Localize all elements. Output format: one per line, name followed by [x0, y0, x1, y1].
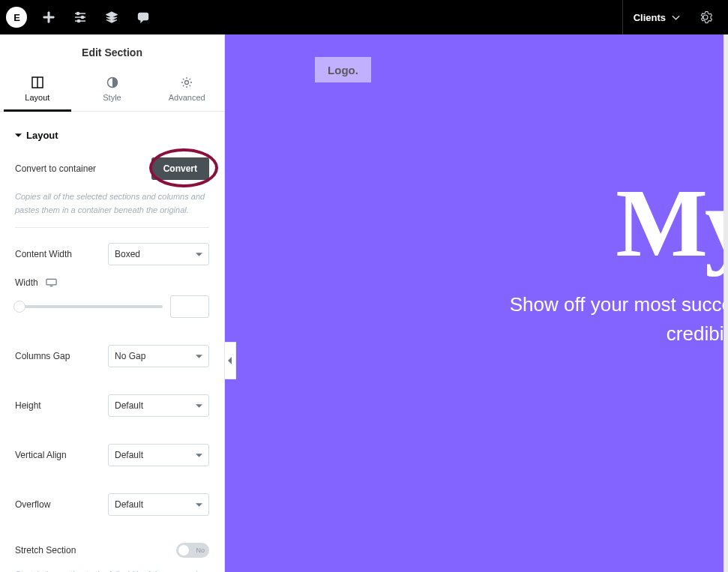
chevron-down-icon	[196, 502, 202, 508]
style-icon	[106, 76, 118, 88]
overflow-label: Overflow	[15, 499, 50, 510]
height-select[interactable]: Default	[108, 394, 209, 417]
panel-collapse-handle[interactable]	[225, 342, 236, 379]
columns-gap-row: Columns Gap No Gap	[15, 337, 209, 375]
width-input[interactable]	[170, 295, 209, 318]
svg-rect-3	[139, 13, 148, 20]
svg-point-2	[77, 19, 79, 22]
section-layout-toggle[interactable]: Layout	[15, 121, 209, 150]
hero-title: My	[616, 169, 728, 277]
convert-button[interactable]: Convert	[151, 157, 209, 180]
stretch-label: Stretch Section	[15, 545, 76, 556]
panel-title: Edit Section	[0, 34, 224, 69]
svg-point-1	[81, 16, 83, 18]
stretch-toggle-text: No	[196, 547, 205, 554]
svg-point-7	[185, 81, 189, 85]
columns-gap-label: Columns Gap	[15, 351, 70, 361]
hero-sub-line2: credibili	[667, 322, 728, 345]
tab-layout[interactable]: Layout	[0, 69, 75, 111]
height-row: Height Default	[15, 375, 209, 436]
canvas-logo[interactable]: Logo.	[315, 57, 371, 82]
svg-rect-8	[46, 280, 56, 286]
chevron-down-icon	[196, 403, 202, 409]
chevron-down-icon	[196, 353, 202, 360]
width-slider-thumb[interactable]	[13, 301, 25, 313]
main: Edit Section Layout Style Advanced Layou…	[0, 34, 728, 572]
overflow-select[interactable]: Default	[108, 493, 209, 516]
tab-style[interactable]: Style	[75, 69, 150, 111]
convert-label: Convert to container	[15, 163, 96, 174]
clients-dropdown[interactable]: Clients	[623, 0, 691, 34]
content-width-row: Content Width Boxed	[15, 228, 209, 273]
panel-body: Layout Convert to container Convert Copi…	[0, 112, 224, 572]
gear-icon[interactable]	[691, 0, 721, 34]
valign-label: Vertical Align	[15, 450, 67, 460]
canvas-header: Logo.	[225, 34, 728, 109]
caret-down-icon	[15, 132, 22, 139]
width-label: Width	[15, 277, 38, 288]
section-layout-label: Layout	[26, 130, 58, 141]
tab-layout-label: Layout	[25, 93, 49, 102]
desktop-icon[interactable]	[46, 278, 57, 287]
hero-sub-line1: Show off your most succe	[510, 293, 728, 316]
tab-advanced[interactable]: Advanced	[149, 69, 224, 111]
width-slider[interactable]	[15, 305, 163, 308]
width-row: Width	[15, 273, 209, 337]
overflow-row: Overflow Default	[15, 474, 209, 535]
valign-value: Default	[115, 450, 143, 460]
topbar-left: E	[0, 0, 159, 34]
chevron-left-icon	[227, 357, 233, 364]
chevron-down-icon	[196, 251, 202, 258]
add-icon[interactable]	[33, 0, 64, 34]
tabs: Layout Style Advanced	[0, 69, 224, 112]
clients-label: Clients	[634, 12, 666, 23]
content-width-label: Content Width	[15, 249, 72, 259]
canvas[interactable]: Logo. My Show off your most succe credib…	[225, 34, 728, 572]
layers-icon[interactable]	[96, 0, 127, 34]
columns-gap-value: No Gap	[115, 351, 145, 361]
chevron-down-icon	[196, 452, 202, 459]
columns-gap-select[interactable]: No Gap	[108, 345, 209, 367]
hero-section[interactable]: My Show off your most succe credibili	[225, 139, 728, 527]
height-label: Height	[15, 400, 41, 411]
tab-style-label: Style	[103, 93, 121, 102]
advanced-icon	[181, 76, 193, 88]
elementor-logo[interactable]: E	[6, 7, 27, 28]
content-width-select[interactable]: Boxed	[108, 243, 209, 265]
svg-point-0	[76, 12, 79, 14]
stretch-row: Stretch Section No	[15, 535, 209, 565]
valign-row: Vertical Align Default	[15, 436, 209, 474]
page-scrollbar[interactable]	[724, 34, 728, 572]
convert-hint: Copies all of the selected sections and …	[15, 187, 209, 228]
valign-select[interactable]: Default	[108, 444, 209, 466]
chat-icon[interactable]	[127, 0, 159, 34]
settings-sliders-icon[interactable]	[64, 0, 96, 34]
layout-icon	[31, 76, 43, 88]
hero-subtitle: Show off your most succe credibili	[510, 277, 728, 349]
content-width-value: Boxed	[115, 249, 140, 259]
topbar: E Clients	[0, 0, 728, 34]
topbar-right: Clients	[622, 0, 728, 34]
convert-row: Convert to container Convert	[15, 150, 209, 187]
chevron-down-icon	[672, 13, 680, 22]
height-value: Default	[115, 400, 143, 411]
stretch-toggle[interactable]: No	[176, 543, 209, 558]
sidebar-panel: Edit Section Layout Style Advanced Layou…	[0, 34, 225, 572]
overflow-value: Default	[115, 499, 143, 510]
stretch-hint: Stretch the section to the full width of…	[15, 565, 209, 572]
tab-advanced-label: Advanced	[169, 93, 205, 102]
